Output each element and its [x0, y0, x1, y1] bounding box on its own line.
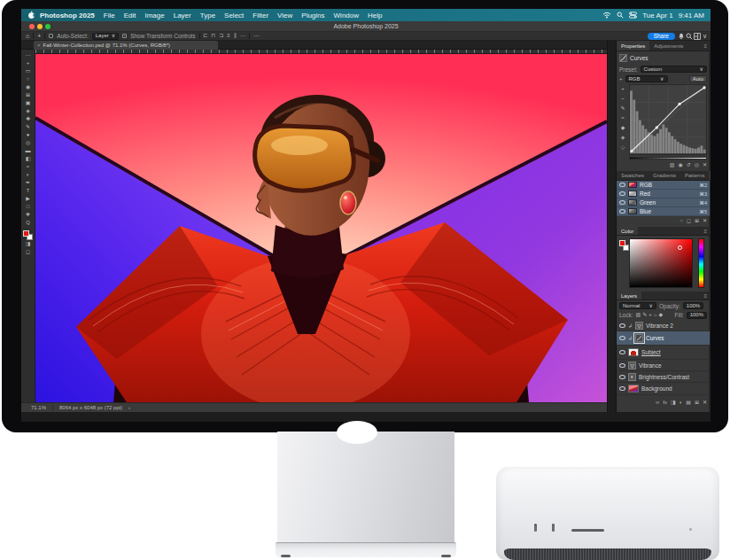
menu-item-edit[interactable]: Edit	[120, 12, 141, 19]
control-center-icon[interactable]	[629, 12, 637, 19]
menu-clock-date[interactable]: Tue Apr 1	[642, 12, 672, 19]
channel-row-red[interactable]: Red ⌘3	[617, 190, 710, 198]
panel-menu-icon[interactable]: ≡	[703, 43, 710, 49]
pen-tool-icon[interactable]: ✒	[26, 179, 30, 187]
align-more-icon[interactable]: ⋯	[240, 32, 245, 40]
tab-color[interactable]: Color	[617, 227, 638, 235]
foreground-color-swatch[interactable]	[619, 240, 625, 246]
opacity-dropdown[interactable]: 100%	[683, 302, 703, 309]
zoom-window-button[interactable]	[45, 24, 50, 29]
panel-search-icon[interactable]	[686, 33, 693, 40]
tab-gradients[interactable]: Gradients	[648, 171, 680, 180]
previous-state-icon[interactable]: ◎	[695, 161, 699, 169]
delete-adjustment-icon[interactable]: ✕	[703, 161, 707, 169]
minimize-window-button[interactable]	[37, 24, 43, 29]
new-layer-icon[interactable]: ⊞	[695, 399, 699, 407]
close-window-button[interactable]	[29, 24, 35, 29]
auto-select-checkbox[interactable]	[49, 34, 53, 38]
gradient-tool-icon[interactable]: ◧	[26, 155, 31, 163]
tab-swatches[interactable]: Swatches	[617, 171, 648, 180]
color-picker-ring[interactable]	[678, 245, 682, 250]
white-point-eyedropper-icon[interactable]: ◇	[621, 143, 625, 152]
chevron-down-icon[interactable]: ∨	[703, 33, 707, 39]
lock-all-icon[interactable]: ◆	[658, 311, 663, 319]
history-brush-tool-icon[interactable]: ◎	[26, 139, 30, 147]
visibility-eye-icon[interactable]	[619, 336, 625, 340]
sd-card-slot[interactable]	[571, 529, 604, 532]
dodge-tool-icon[interactable]: ◐	[27, 171, 30, 179]
load-channel-selection-icon[interactable]: ○	[680, 217, 683, 225]
menu-clock-time[interactable]: 9:41 AM	[679, 12, 704, 19]
wifi-icon[interactable]	[602, 12, 611, 19]
align-left-icon[interactable]: ⊏	[204, 32, 208, 40]
distribute-icon[interactable]: ≡	[227, 32, 230, 40]
menu-item-type[interactable]: Type	[196, 12, 220, 19]
reset-adjustment-icon[interactable]: ↺	[687, 161, 691, 169]
adjustment-layer-icon[interactable]: ◐	[680, 399, 683, 407]
align-right-icon[interactable]: ⊐	[219, 32, 223, 40]
tab-patterns[interactable]: Patterns	[680, 171, 709, 180]
search-icon[interactable]	[617, 12, 624, 19]
show-transform-checkbox[interactable]	[122, 34, 127, 38]
layer-row-brightness-contrast[interactable]: ◐ Brightness/Contrast	[617, 371, 710, 383]
shape-tool-icon[interactable]: □	[27, 203, 30, 211]
eraser-tool-icon[interactable]: ▬	[26, 147, 31, 155]
frame-tool-icon[interactable]: ▣	[26, 99, 31, 107]
blend-mode-dropdown[interactable]: Normal ∨	[619, 302, 656, 309]
marquee-tool-icon[interactable]: ▭	[26, 67, 31, 75]
new-channel-icon[interactable]: ⊞	[695, 217, 699, 225]
notifications-bell-icon[interactable]	[678, 33, 685, 40]
screen-mode-icon[interactable]: ◻	[26, 248, 30, 256]
visibility-eye-icon[interactable]	[619, 200, 625, 205]
pencil-curve-icon[interactable]: ✎	[620, 104, 625, 113]
blur-tool-icon[interactable]: ≈	[27, 163, 29, 171]
visibility-eye-icon[interactable]	[619, 350, 625, 354]
delete-layer-icon[interactable]: ✕	[703, 399, 707, 407]
menu-item-view[interactable]: View	[273, 12, 297, 19]
layer-row-curves[interactable]: ↲ Curves	[617, 331, 710, 346]
gray-point-eyedropper-icon[interactable]: ◈	[621, 133, 625, 143]
channel-row-green[interactable]: Green ⌘4	[617, 198, 710, 207]
visibility-eye-icon[interactable]	[619, 191, 625, 196]
tab-properties[interactable]: Properties	[617, 41, 649, 51]
auto-button[interactable]: Auto	[689, 75, 707, 82]
lock-transparency-icon[interactable]: ▨	[636, 311, 641, 319]
share-button[interactable]: Share	[648, 33, 675, 40]
black-point-eyedropper-icon[interactable]: ◆	[621, 123, 625, 133]
tab-adjustments[interactable]: Adjustments	[649, 41, 687, 51]
auto-select-dropdown[interactable]: Layer ∨	[92, 33, 119, 40]
document-canvas[interactable]	[35, 54, 607, 402]
menu-item-image[interactable]: Image	[140, 12, 168, 19]
home-icon[interactable]: ⌂	[26, 33, 29, 39]
menu-item-plugins[interactable]: Plugins	[297, 12, 329, 19]
usb-c-port[interactable]	[552, 524, 555, 532]
clone-stamp-tool-icon[interactable]: ●	[27, 131, 30, 139]
targeted-adjustment-icon[interactable]: +	[621, 84, 625, 94]
hue-slider[interactable]	[698, 238, 704, 288]
move-tool-option-icon[interactable]: +	[37, 33, 41, 39]
menu-item-window[interactable]: Window	[330, 12, 363, 19]
channel-row-rgb[interactable]: RGB ⌘2	[617, 181, 710, 190]
menu-item-file[interactable]: File	[99, 12, 120, 19]
layer-mask-icon[interactable]: ◨	[671, 399, 676, 407]
quick-mask-icon[interactable]: ◨	[26, 240, 31, 248]
align-center-horizontal-icon[interactable]: ⊓	[212, 32, 216, 40]
lock-position-icon[interactable]: +	[648, 311, 652, 319]
channel-dropdown[interactable]: RGB ∨	[625, 75, 668, 82]
visibility-eye-icon[interactable]	[619, 323, 625, 328]
usb-c-port[interactable]	[534, 524, 537, 532]
type-tool-icon[interactable]: T	[27, 187, 30, 195]
curves-editor[interactable]	[629, 84, 707, 155]
apple-logo-icon[interactable]	[27, 11, 35, 19]
save-selection-as-channel-icon[interactable]: ◻	[687, 217, 691, 225]
menu-item-photoshop[interactable]: Photoshop 2025	[35, 12, 99, 19]
toolbar-overflow-icon[interactable]: ⋯	[26, 51, 31, 59]
visibility-eye-icon[interactable]	[619, 375, 625, 379]
layer-row-background[interactable]: Background	[617, 383, 710, 395]
menu-item-filter[interactable]: Filter	[248, 12, 273, 19]
tab-layers[interactable]: Layers	[617, 292, 641, 299]
workspace-switcher-icon[interactable]	[694, 33, 701, 40]
menu-item-select[interactable]: Select	[220, 12, 248, 19]
status-options-chevron[interactable]: ›	[128, 405, 130, 410]
crop-tool-icon[interactable]: ⊞	[26, 91, 30, 99]
